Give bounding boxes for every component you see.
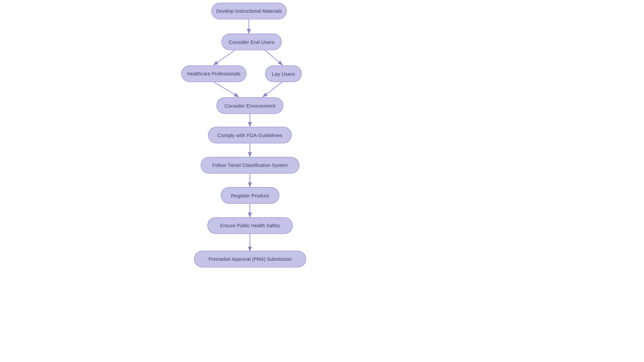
node-premarket: Premarket Approval (PMA) Submission <box>194 251 306 267</box>
node-healthcare-label: Healthcare Professionals <box>187 71 240 76</box>
node-ensure-health: Ensure Public Health Safety <box>207 217 293 234</box>
flowchart-svg <box>0 0 644 362</box>
diagram-container: Develop Instructional Materials Consider… <box>0 0 644 362</box>
node-follow-tiered: Follow Tiered Classification System <box>201 157 300 174</box>
node-develop-label: Develop Instructional Materials <box>216 8 282 14</box>
node-ensure-health-label: Ensure Public Health Safety <box>220 223 280 228</box>
node-comply-fda: Comply with FDA Guidelines <box>208 127 292 143</box>
node-comply-fda-label: Comply with FDA Guidelines <box>217 132 282 138</box>
node-premarket-label: Premarket Approval (PMA) Submission <box>209 256 292 262</box>
node-consider-end-users-label: Consider End Users <box>229 39 275 45</box>
node-consider-env-label: Consider Environment <box>224 103 275 109</box>
node-lay-users-label: Lay Users <box>272 71 295 77</box>
node-healthcare: Healthcare Professionals <box>181 65 247 82</box>
node-lay-users: Lay Users <box>265 65 302 82</box>
node-develop: Develop Instructional Materials <box>211 3 287 19</box>
node-register-label: Register Product <box>231 193 269 198</box>
node-consider-env: Consider Environment <box>216 97 283 114</box>
node-consider-end-users: Consider End Users <box>221 34 282 50</box>
node-follow-tiered-label: Follow Tiered Classification System <box>212 163 288 168</box>
node-register: Register Product <box>221 187 279 204</box>
